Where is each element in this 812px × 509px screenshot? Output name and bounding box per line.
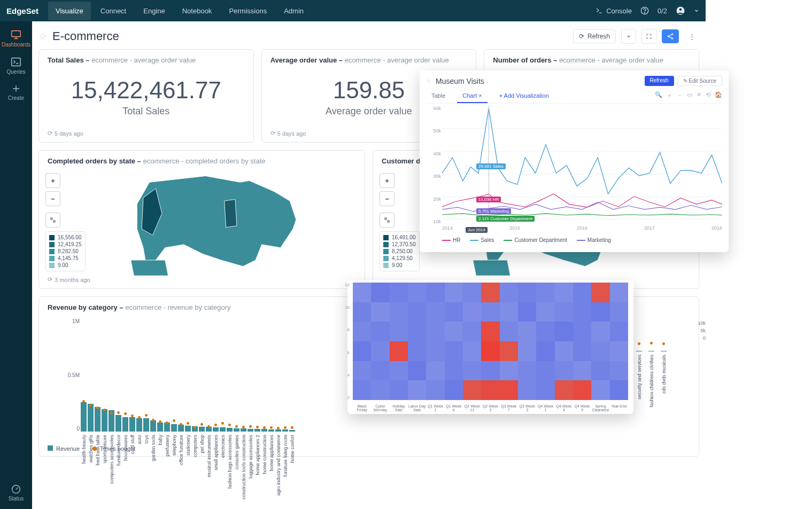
heat-cell[interactable] — [481, 341, 499, 361]
panel-refresh-button[interactable]: Refresh — [645, 76, 674, 86]
heat-cell[interactable] — [518, 361, 536, 381]
heat-cell[interactable] — [408, 283, 426, 302]
star-icon[interactable]: ☆ — [426, 77, 431, 84]
heat-cell[interactable] — [445, 302, 463, 322]
heat-cell[interactable] — [463, 341, 481, 361]
heat-cell[interactable] — [573, 322, 591, 341]
reset-icon[interactable]: ⟲ — [706, 91, 710, 101]
heat-cell[interactable] — [555, 341, 573, 361]
heat-cell[interactable] — [408, 322, 426, 341]
heat-cell[interactable] — [445, 283, 463, 302]
heat-cell[interactable] — [555, 361, 573, 381]
heat-cell[interactable] — [518, 283, 536, 302]
tab-permissions[interactable]: Permissions — [221, 2, 274, 20]
bar[interactable]: home construction — [261, 429, 267, 432]
zoom-in-button[interactable]: + — [45, 173, 60, 188]
bar-chart-right[interactable]: security and servicesfashion childrens c… — [636, 346, 667, 351]
line-chart[interactable]: 60k50k40k30k20k10k 29,481 Sales 11,036 H… — [426, 106, 722, 234]
bar[interactable]: auto — [136, 418, 142, 432]
heat-cell[interactable] — [536, 302, 554, 322]
user-icon[interactable] — [676, 6, 685, 15]
panel-add-viz[interactable]: + Add Visualization — [494, 89, 554, 103]
bar[interactable]: furniture living room — [282, 429, 288, 432]
heat-cell[interactable] — [353, 380, 371, 400]
refresh-button[interactable]: ⟳ Refresh — [573, 29, 616, 43]
heat-cell[interactable] — [390, 341, 408, 361]
bar[interactable]: office furniture — [178, 425, 184, 432]
heat-cell[interactable] — [353, 302, 371, 322]
sidebar-item-create[interactable]: Create — [0, 79, 32, 105]
heat-cell[interactable] — [573, 361, 591, 381]
zoom-out-button[interactable]: − — [380, 191, 395, 206]
heat-cell[interactable] — [390, 322, 408, 341]
bar[interactable]: cool stuff — [129, 417, 135, 432]
sidebar-item-status[interactable]: Status — [0, 480, 32, 506]
panel-tab-chart[interactable]: Chart × — [457, 89, 487, 103]
bar[interactable]: musical instruments — [206, 427, 212, 432]
heat-cell[interactable] — [371, 322, 389, 341]
bar[interactable]: housewares — [122, 417, 128, 432]
bar[interactable]: telephony — [171, 424, 177, 432]
sidebar-item-dashboards[interactable]: Dashboards — [0, 25, 32, 52]
bar[interactable]: furniture decor — [115, 415, 121, 432]
heat-cell[interactable] — [390, 283, 408, 302]
bar[interactable]: health beauty — [81, 402, 87, 432]
heat-cell[interactable] — [371, 341, 389, 361]
heat-cell[interactable] — [445, 341, 463, 361]
heat-cell[interactable] — [536, 283, 554, 302]
heat-cell[interactable] — [591, 341, 609, 361]
heat-cell[interactable] — [353, 361, 371, 381]
heat-cell[interactable] — [500, 341, 518, 361]
heat-cell[interactable] — [518, 380, 536, 400]
bar[interactable]: baby — [157, 422, 163, 432]
heat-cell[interactable] — [518, 322, 536, 341]
heat-cell[interactable] — [353, 283, 371, 302]
star-icon[interactable]: ☆ — [38, 30, 47, 42]
heat-cell[interactable] — [500, 361, 518, 381]
heat-cell[interactable] — [481, 302, 499, 322]
bar[interactable]: stationery — [185, 426, 191, 432]
heat-cell[interactable] — [426, 283, 444, 302]
heat-cell[interactable] — [463, 322, 481, 341]
heat-cell[interactable] — [353, 322, 371, 341]
bar[interactable]: computers accessories — [109, 410, 114, 432]
help-icon[interactable] — [640, 6, 649, 15]
heat-cell[interactable] — [445, 322, 463, 341]
heat-cell[interactable] — [481, 380, 499, 400]
heat-cell[interactable] — [518, 341, 536, 361]
bar[interactable]: fashion childrens clothes — [648, 351, 654, 351]
bar[interactable]: perfumery — [164, 422, 170, 432]
heat-cell[interactable] — [591, 283, 609, 302]
zoom-icon[interactable]: 🔍 — [655, 91, 662, 101]
bar[interactable]: sports leisure — [102, 409, 107, 432]
heat-cell[interactable] — [445, 380, 463, 400]
bar[interactable]: consoles games — [234, 428, 239, 432]
heat-cell[interactable] — [463, 302, 481, 322]
heat-cell[interactable] — [555, 322, 573, 341]
zoom-in-button[interactable]: + — [380, 173, 395, 188]
bar[interactable]: pet shop — [199, 427, 205, 432]
refresh-dropdown[interactable] — [621, 29, 636, 44]
sidebar-item-queries[interactable]: Queries — [0, 52, 32, 79]
heat-cell[interactable] — [591, 302, 609, 322]
bar[interactable]: construction tools construction — [241, 428, 246, 432]
heat-cell[interactable] — [518, 302, 536, 322]
panel-edit-button[interactable]: ✎ Edit Source — [677, 76, 722, 86]
heat-cell[interactable] — [408, 361, 426, 381]
bar[interactable]: cds dvds musicals — [661, 351, 667, 351]
box-icon[interactable]: ▭ — [687, 91, 692, 101]
close-icon[interactable]: ✕ — [697, 91, 701, 101]
bar[interactable]: luggage accessories — [248, 429, 253, 432]
heat-cell[interactable] — [610, 302, 628, 322]
tab-notebook[interactable]: Notebook — [175, 2, 220, 20]
heat-cell[interactable] — [481, 361, 499, 381]
heat-cell[interactable] — [610, 361, 628, 381]
heat-cell[interactable] — [463, 361, 481, 381]
more-button[interactable]: ⋮ — [684, 29, 699, 44]
tab-connect[interactable]: Connect — [93, 2, 134, 20]
bar[interactable]: home appliances — [268, 429, 274, 432]
heat-cell[interactable] — [536, 322, 554, 341]
tab-visualize[interactable]: Visualize — [48, 2, 91, 20]
bar[interactable]: security and services — [636, 351, 642, 351]
heat-cell[interactable] — [536, 380, 554, 400]
